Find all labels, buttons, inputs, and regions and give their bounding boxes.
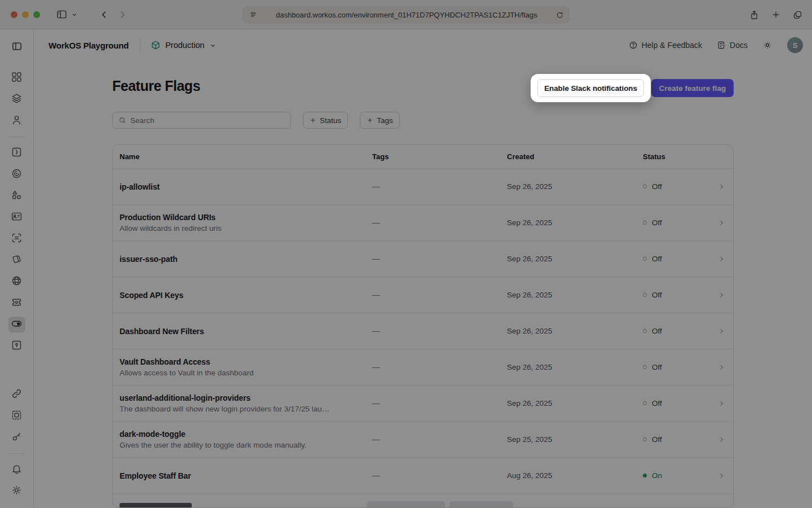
enable-slack-notifications-button[interactable]: Enable Slack notifications	[537, 79, 644, 97]
spotlight-highlight: Enable Slack notifications	[531, 74, 651, 102]
dim-overlay	[0, 0, 812, 508]
